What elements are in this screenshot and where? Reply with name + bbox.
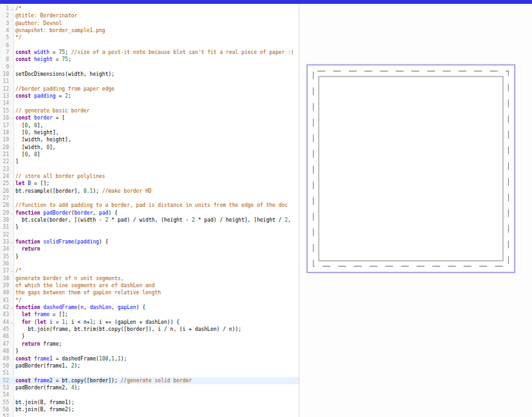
code-text: */ [15,297,299,304]
code-text [15,413,299,417]
fold-spacer [9,93,15,100]
fold-spacer [9,348,15,355]
line-number: 31 [0,224,9,231]
code-text: return frame; [15,341,299,348]
line-number: 20 [0,144,9,151]
line-number: 34 [0,245,9,253]
code-text: [0, 0] [15,151,299,158]
code-line: 35} [0,253,299,260]
code-text [15,78,299,85]
fold-arrow-icon[interactable]: ⌄ [9,114,15,121]
code-line: 5*/ [0,34,299,41]
line-number: 11 [0,78,9,85]
line-number: 41 [0,297,9,304]
line-number: 1 [0,5,9,12]
code-text: [0, height], [15,129,299,136]
code-line: 42⌄function dashedFrame(n, dashLen, gapL… [0,304,299,311]
code-text: [width, 0], [15,144,299,151]
line-number: 48 [0,348,9,355]
fold-spacer [9,355,15,362]
code-text: setDocDimensions(width, height); [15,71,299,78]
line-number: 22 [0,158,9,165]
code-text: function padBorder(border, pad) { [15,209,299,217]
code-line: 46 } [0,333,299,340]
code-text: bt.scale(border, [(width - 2 * pad) / wi… [15,217,299,224]
code-line: 2@title: Borderinator [0,12,299,19]
code-line: 44⌄ for (let i = 1; i < n+1; i += (gapLe… [0,319,299,326]
code-line: 54 [0,391,299,398]
fold-spacer [9,56,15,63]
code-line: 39of which the line segments are of dash… [0,282,299,289]
code-text [15,100,299,107]
code-line: 47 return frame; [0,341,299,348]
line-number: 23 [0,166,9,173]
line-number: 49 [0,355,9,362]
code-text: /* [15,267,299,274]
code-line: 48} [0,348,299,355]
code-line: 37⌄/* [0,267,299,274]
fold-arrow-icon[interactable]: ⌄ [9,5,15,12]
code-text [15,42,299,49]
fold-arrow-icon[interactable]: ⌄ [9,267,15,274]
code-line: 16⌄const border = [ [0,114,299,121]
code-text: bt.join(B, frame2); [15,406,299,413]
code-line: 32 [0,231,299,238]
code-line: 50padBorder(frame1, 2); [0,362,299,369]
code-line: 3@author: Devnol [0,20,299,27]
code-text: @title: Borderinator [15,12,299,19]
line-number: 8 [0,56,9,63]
code-text: let frame = []; [15,311,299,318]
code-text [15,369,299,377]
line-number: 26 [0,188,9,195]
fold-spacer [9,384,15,391]
code-line: 51 [0,369,299,377]
code-text: bt.join(frame, bt.trim(bt.copy([border])… [15,326,299,333]
line-number: 30 [0,217,9,224]
line-number: 19 [0,136,9,143]
line-number: 29 [0,209,9,217]
code-text: //function to add padding to a border, p… [15,202,299,209]
code-editor[interactable]: 1⌄/*2@title: Borderinator3@author: Devno… [0,4,299,417]
fold-spacer [9,333,15,340]
fold-spacer [9,129,15,136]
code-text: [0, 0], [15,122,299,129]
code-text: const height = 75; [15,56,299,63]
fold-arrow-icon[interactable]: ⌄ [9,304,15,311]
line-number: 54 [0,391,9,398]
code-line: 53padBorder(frame2, 4); [0,384,299,391]
fold-spacer [9,231,15,238]
code-text: @snapshot: border_sample1.png [15,27,299,34]
code-text: */ [15,34,299,41]
line-number: 21 [0,151,9,158]
fold-arrow-icon[interactable]: ⌄ [9,238,15,245]
line-number: 3 [0,20,9,27]
code-line: 22] [0,158,299,165]
line-number: 25 [0,180,9,187]
code-text: function solidFrame(padding) { [15,238,299,245]
code-text: function dashedFrame(n, dashLen, gapLen)… [15,304,299,311]
line-number: 42 [0,304,9,311]
code-line: 10setDocDimensions(width, height); [0,71,299,78]
code-text: const width = 75; //size of a post-it no… [15,49,299,56]
code-text: //border padding from paper edge [15,85,299,93]
fold-spacer [9,391,15,398]
fold-spacer [9,311,15,318]
fold-arrow-icon[interactable]: ⌄ [9,209,15,217]
line-number: 52 [0,377,9,384]
line-number: 55 [0,399,9,406]
line-number: 16 [0,114,9,121]
fold-spacer [9,341,15,348]
line-number: 51 [0,369,9,377]
code-line: 45 bt.join(frame, bt.trim(bt.copy([borde… [0,326,299,333]
code-line: 25let B = []; [0,180,299,187]
line-number: 4 [0,27,9,34]
code-line: 26bt.resample([border], 0.1); //make bor… [0,188,299,195]
fold-arrow-icon[interactable]: ⌄ [9,319,15,326]
fold-spacer [9,362,15,369]
fold-spacer [9,377,15,384]
fold-spacer [9,406,15,413]
line-number: 27 [0,195,9,202]
code-line: 12//border padding from paper edge [0,85,299,93]
line-number: 7 [0,49,9,56]
fold-spacer [9,85,15,93]
